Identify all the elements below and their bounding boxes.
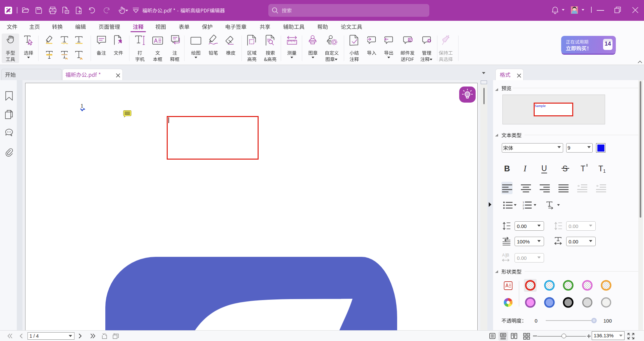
svg-text:1: 1 <box>523 201 524 204</box>
svg-text:A: A <box>502 253 505 258</box>
svg-text:B: B <box>506 253 509 258</box>
svg-text:2: 2 <box>523 204 524 207</box>
svg-text:3: 3 <box>523 207 524 210</box>
